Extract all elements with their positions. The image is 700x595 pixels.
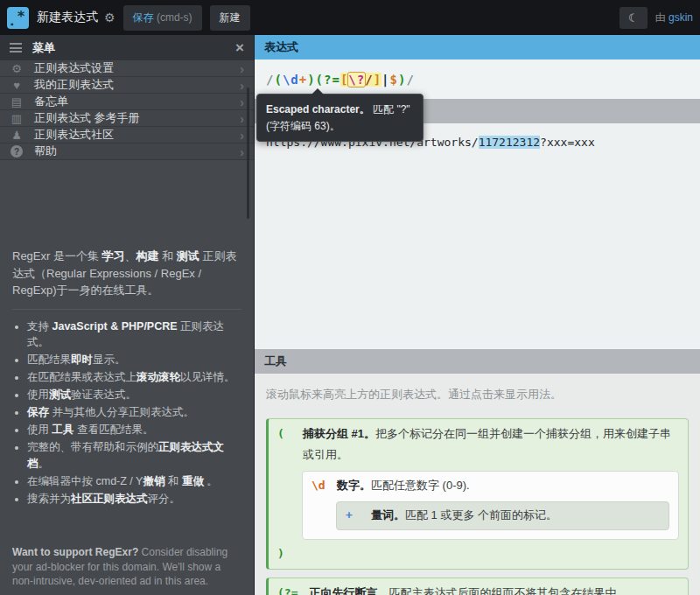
- regex-token[interactable]: /: [365, 73, 373, 87]
- sidebar-menu: 菜单 × ⚙正则表达式设置›♥我的正则表达式›▤备忘单›▥正则表达式 参考手册›…: [0, 35, 254, 595]
- text-editor[interactable]: https://www.pixiv.net/artworks/117212312…: [255, 123, 700, 349]
- regex-token[interactable]: \?: [348, 73, 365, 87]
- tools-header[interactable]: 工具: [255, 349, 700, 374]
- menu-title: 菜单: [32, 40, 55, 56]
- dark-mode-toggle[interactable]: ☾: [620, 7, 648, 29]
- byline-prefix: 由: [655, 11, 666, 24]
- regex-token[interactable]: ]: [374, 73, 382, 87]
- sidebar-item-label: 正则表达式社区: [34, 127, 114, 143]
- heart-icon: ♥: [10, 79, 24, 92]
- feature-bullet: 保存 并与其他人分享正则表达式。: [27, 404, 242, 420]
- token-label: +: [346, 505, 360, 526]
- content: 菜单 × ⚙正则表达式设置›♥我的正则表达式›▤备忘单›▥正则表达式 参考手册›…: [0, 35, 700, 595]
- sidebar-item-label: 正则表达式 参考手册: [34, 110, 140, 126]
- feature-bullet: 支持 JavaScript & PHP/PCRE 正则表达式。: [27, 318, 242, 350]
- help-icon: ?: [10, 145, 23, 158]
- feature-bullet: 使用测试验证表达式。: [27, 387, 242, 402]
- menu-header: 菜单 ×: [0, 35, 254, 60]
- sidebar-item-favorites[interactable]: ♥我的正则表达式›: [0, 77, 254, 94]
- chevron-right-icon: ›: [240, 79, 244, 92]
- explain-text: 捕获分组 #1。把多个标记分在同一组并创建一个捕获分组，用来创建子串或引用。: [303, 424, 679, 466]
- about-section: RegExr 是一个集 学习、构建 和 测试 正则表达式（Regular Exp…: [0, 248, 254, 508]
- divider: [12, 309, 242, 310]
- expression-header[interactable]: 表达式: [255, 35, 700, 60]
- explain-text: 量词。匹配 1 或更多 个前面的标记。: [371, 505, 557, 526]
- regex-token[interactable]: +: [299, 73, 307, 87]
- regex-token[interactable]: ): [398, 73, 406, 87]
- token-label: \d: [312, 475, 326, 496]
- sidebar-item-label: 帮助: [34, 144, 57, 159]
- regex-token[interactable]: /: [406, 73, 414, 87]
- explain-row[interactable]: \d数字。匹配任意数字 (0-9).: [312, 475, 669, 496]
- byline-link[interactable]: gskin: [668, 11, 693, 24]
- save-label: 保存: [133, 11, 154, 24]
- explain-row[interactable]: (捕获分组 #1。把多个标记分在同一组并创建一个捕获分组，用来创建子串或引用。: [277, 424, 679, 466]
- match-highlight[interactable]: 117212312: [479, 136, 540, 149]
- new-button[interactable]: 新建: [210, 5, 250, 31]
- sidebar-item-settings[interactable]: ⚙正则表达式设置›: [0, 60, 254, 77]
- menu-list-icon: [10, 43, 22, 52]
- regex-token[interactable]: (?=: [316, 73, 340, 87]
- tools-intro: 滚动鼠标来高亮上方的正则表达式。通过点击来显示用法。: [266, 387, 689, 402]
- regex-token[interactable]: |: [382, 73, 389, 87]
- sidebar-item-reference[interactable]: ▥正则表达式 参考手册›: [0, 110, 254, 127]
- main-panel: 表达式 /(\d+)(?=[\?/]|$)/ 文本 https://www.pi…: [254, 35, 700, 595]
- title-gear-icon[interactable]: ⚙: [104, 10, 116, 24]
- regex-token[interactable]: (: [274, 73, 282, 87]
- chevron-right-icon: ›: [240, 145, 244, 158]
- explain-row[interactable]: +量词。匹配 1 或更多 个前面的标记。: [346, 505, 660, 526]
- feature-list: 支持 JavaScript & PHP/PCRE 正则表达式。匹配结果即时显示。…: [12, 318, 242, 507]
- sidebar-scrollbar[interactable]: [247, 88, 249, 219]
- tools-header-label: 工具: [264, 354, 287, 369]
- close-icon[interactable]: ×: [235, 40, 244, 55]
- regex-token[interactable]: [: [340, 73, 348, 87]
- sidebar-item-community[interactable]: ♟正则表达式社区›: [0, 127, 254, 144]
- cheatsheet-icon: ▤: [10, 95, 24, 108]
- feature-bullet: 搜索并为社区正则表达式评分。: [27, 491, 242, 507]
- menu-items: ⚙正则表达式设置›♥我的正则表达式›▤备忘单›▥正则表达式 参考手册›♟正则表达…: [0, 60, 254, 160]
- feature-bullet: 在编辑器中按 cmd-Z / Y撤销 和 重做 。: [27, 473, 242, 489]
- sidebar-item-help[interactable]: ?帮助›: [0, 144, 254, 160]
- regexr-logo-icon[interactable]: [7, 7, 29, 29]
- feature-bullet: 在匹配结果或表达式上滚动滚轮以见详情。: [27, 369, 242, 385]
- feature-bullet: 匹配结果即时显示。: [27, 352, 242, 368]
- sidebar-item-cheatsheet[interactable]: ▤备忘单›: [0, 94, 254, 110]
- sidebar-item-label: 我的正则表达式: [34, 77, 114, 93]
- chevron-right-icon: ›: [240, 62, 244, 75]
- reference-icon: ▥: [10, 112, 24, 125]
- explain-text: 数字。匹配任意数字 (0-9).: [337, 475, 470, 496]
- about-paragraph: RegExr 是一个集 学习、构建 和 测试 正则表达式（Regular Exp…: [12, 248, 242, 299]
- token-label: ): [277, 545, 291, 563]
- expression-header-label: 表达式: [264, 39, 298, 55]
- regex-token[interactable]: $: [390, 73, 398, 87]
- save-shortcut: (cmd-s): [157, 11, 192, 24]
- explain-box: (捕获分组 #1。把多个标记分在同一组并创建一个捕获分组，用来创建子串或引用。\…: [266, 418, 689, 570]
- gear-icon: ⚙: [10, 62, 24, 75]
- sidebar-item-label: 正则表达式设置: [34, 60, 114, 76]
- chevron-right-icon: ›: [240, 95, 244, 108]
- token-tooltip: Escaped character。 匹配 "?" (字符编码 63)。: [256, 94, 424, 142]
- tooltip-text: Escaped character。 匹配 "?" (字符编码 63)。: [266, 103, 410, 132]
- chevron-right-icon: ›: [240, 112, 244, 125]
- regex-token[interactable]: \d: [283, 73, 299, 87]
- community-icon: ♟: [10, 129, 24, 142]
- feature-bullet: 使用 工具 查看匹配结果。: [27, 422, 242, 438]
- token-label: (?=: [277, 583, 298, 595]
- sidebar-item-label: 备忘单: [34, 94, 68, 109]
- ad-notice: Want to support RegExr? Consider disabli…: [0, 536, 254, 595]
- explain-box: (?=正向先行断言。匹配主表达式后面的组而不将其包含在结果中。[字符集。匹配集合…: [266, 578, 689, 595]
- tools-body: 滚动鼠标来高亮上方的正则表达式。通过点击来显示用法。 (捕获分组 #1。把多个标…: [255, 374, 700, 595]
- ad-text: Want to support RegExr? Consider disabli…: [12, 545, 242, 588]
- expression-code[interactable]: /(\d+)(?=[\?/]|$)/: [266, 73, 415, 87]
- explain-close-row: ): [277, 545, 679, 563]
- explain-row[interactable]: (?=正向先行断言。匹配主表达式后面的组而不将其包含在结果中。: [277, 583, 679, 595]
- explain-tree: (捕获分组 #1。把多个标记分在同一组并创建一个捕获分组，用来创建子串或引用。\…: [266, 418, 689, 595]
- byline: 由 gskin: [655, 10, 693, 25]
- explain-box: +量词。匹配 1 或更多 个前面的标记。: [336, 501, 669, 530]
- explain-text: 正向先行断言。匹配主表达式后面的组而不将其包含在结果中。: [309, 583, 627, 595]
- token-label: (: [277, 424, 291, 466]
- regex-token[interactable]: ): [307, 73, 315, 87]
- explain-box: \d数字。匹配任意数字 (0-9).+量词。匹配 1 或更多 个前面的标记。: [302, 471, 679, 540]
- doc-title: 新建表达式: [37, 10, 98, 25]
- save-button[interactable]: 保存 (cmd-s): [123, 5, 202, 31]
